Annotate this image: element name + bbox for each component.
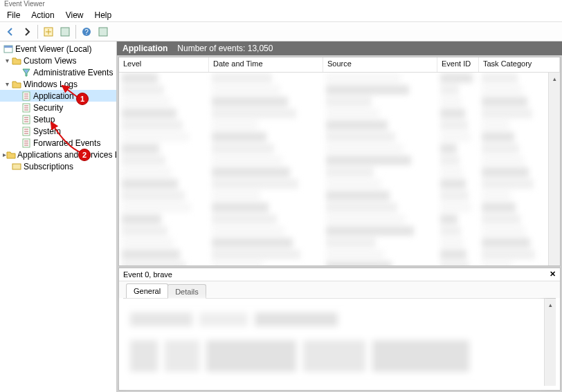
table-row[interactable]: [119, 120, 548, 131]
table-row[interactable]: [119, 249, 548, 261]
toolbar-separator: [75, 25, 76, 39]
detail-content: [123, 299, 544, 386]
svg-rect-6: [4, 46, 12, 48]
tree-label: Setup: [33, 115, 55, 124]
col-datetime[interactable]: Date and Time: [209, 57, 323, 72]
tree-root-label: Event Viewer (Local): [15, 44, 92, 54]
tree-label: Windows Logs: [24, 80, 78, 89]
tree-label: Custom Views: [24, 56, 76, 66]
tree-label: System: [33, 127, 61, 136]
menu-file[interactable]: File: [1, 9, 26, 21]
log-icon: [21, 114, 32, 125]
tree-label: Subscriptions: [24, 162, 73, 171]
table-row[interactable]: [119, 225, 548, 237]
table-row[interactable]: [119, 143, 548, 155]
detail-pane: Event 0, brave ✕ General Details: [118, 268, 561, 391]
tab-general[interactable]: General: [126, 283, 168, 298]
tree-application[interactable]: Application: [0, 90, 116, 102]
tree-windows-logs[interactable]: ▾ Windows Logs: [0, 78, 116, 90]
folder-icon: [6, 149, 16, 160]
svg-rect-4: [99, 28, 107, 36]
menu-action[interactable]: Action: [26, 9, 60, 21]
window-title: Event Viewer: [0, 0, 562, 8]
table-row[interactable]: [119, 155, 548, 167]
tree-label: Administrative Events: [33, 68, 113, 77]
detail-scrollbar[interactable]: ▴: [544, 299, 556, 386]
content-title: Application: [123, 44, 167, 53]
tree-root[interactable]: Event Viewer (Local): [0, 43, 116, 55]
table-row[interactable]: [119, 84, 548, 96]
table-row[interactable]: [119, 261, 548, 265]
table-row[interactable]: [119, 108, 548, 120]
folder-icon: [11, 79, 22, 90]
event-viewer-icon: [3, 44, 14, 55]
table-row[interactable]: [119, 178, 548, 190]
filter-icon: [21, 67, 32, 78]
tree-custom-views[interactable]: ▾ Custom Views: [0, 55, 116, 66]
help-button[interactable]: ?: [79, 24, 94, 39]
svg-rect-1: [61, 28, 69, 36]
log-icon: [21, 102, 32, 113]
tree-forwarded[interactable]: Forwarded Events: [0, 137, 116, 149]
expand-icon[interactable]: ▾: [3, 57, 11, 64]
expand-icon[interactable]: ▾: [3, 80, 11, 88]
log-icon: [21, 91, 32, 102]
col-level[interactable]: Level: [119, 57, 209, 72]
content-header: Application Number of events: 13,050: [117, 41, 562, 55]
back-button[interactable]: [3, 24, 18, 39]
navigation-tree[interactable]: Event Viewer (Local) ▾ Custom Views Admi…: [0, 41, 117, 392]
table-row[interactable]: [119, 73, 548, 84]
svg-rect-12: [12, 164, 21, 169]
toolbar: ?: [0, 22, 562, 41]
tree-label: Forwarded Events: [33, 138, 100, 148]
log-icon: [21, 138, 32, 149]
forward-button[interactable]: [19, 24, 35, 39]
tree-label: Application: [33, 91, 74, 101]
menu-view[interactable]: View: [60, 9, 89, 21]
menubar: File Action View Help: [0, 8, 562, 22]
table-row[interactable]: [119, 167, 548, 178]
svg-text:?: ?: [84, 28, 89, 36]
tree-system[interactable]: System: [0, 125, 116, 137]
content-pane: Application Number of events: 13,050 Lev…: [117, 41, 562, 392]
tree-apps-services[interactable]: ▸ Applications and Services Lo: [0, 149, 116, 160]
col-source[interactable]: Source: [323, 57, 437, 72]
tree-label: Security: [33, 103, 63, 113]
scroll-up-icon[interactable]: ▴: [549, 73, 560, 84]
col-eventid[interactable]: Event ID: [437, 57, 479, 72]
tree-setup[interactable]: Setup: [0, 113, 116, 125]
event-count: Number of events: 13,050: [177, 44, 273, 53]
tab-details[interactable]: Details: [167, 284, 206, 299]
tree-admin-events[interactable]: Administrative Events: [0, 66, 116, 78]
col-taskcat[interactable]: Task Category: [479, 57, 560, 72]
show-tree-button[interactable]: [41, 24, 56, 39]
tree-security[interactable]: Security: [0, 102, 116, 113]
table-row[interactable]: [119, 202, 548, 214]
detail-tabs: General Details: [119, 281, 560, 298]
subscriptions-icon: [11, 161, 22, 172]
detail-title: Event 0, brave: [123, 270, 172, 279]
tree-subscriptions[interactable]: Subscriptions: [0, 160, 116, 172]
properties-button[interactable]: [96, 24, 111, 39]
event-list[interactable]: Level Date and Time Source Event ID Task…: [118, 57, 561, 266]
close-icon[interactable]: ✕: [550, 270, 556, 279]
table-row[interactable]: [119, 96, 548, 108]
list-body[interactable]: // generated below ▴: [119, 73, 560, 265]
column-headers[interactable]: Level Date and Time Source Event ID Task…: [119, 57, 560, 73]
table-row[interactable]: [119, 237, 548, 249]
table-row[interactable]: [119, 190, 548, 202]
table-row[interactable]: [119, 214, 548, 225]
table-row[interactable]: [119, 131, 548, 143]
vertical-scrollbar[interactable]: ▴: [548, 73, 560, 265]
folder-icon: [11, 55, 22, 66]
log-icon: [21, 126, 32, 137]
menu-help[interactable]: Help: [89, 9, 118, 21]
scroll-up-icon[interactable]: ▴: [545, 299, 556, 310]
toolbar-separator: [37, 25, 38, 39]
tree-label: Applications and Services Lo: [17, 150, 117, 160]
refresh-button[interactable]: [57, 24, 73, 39]
